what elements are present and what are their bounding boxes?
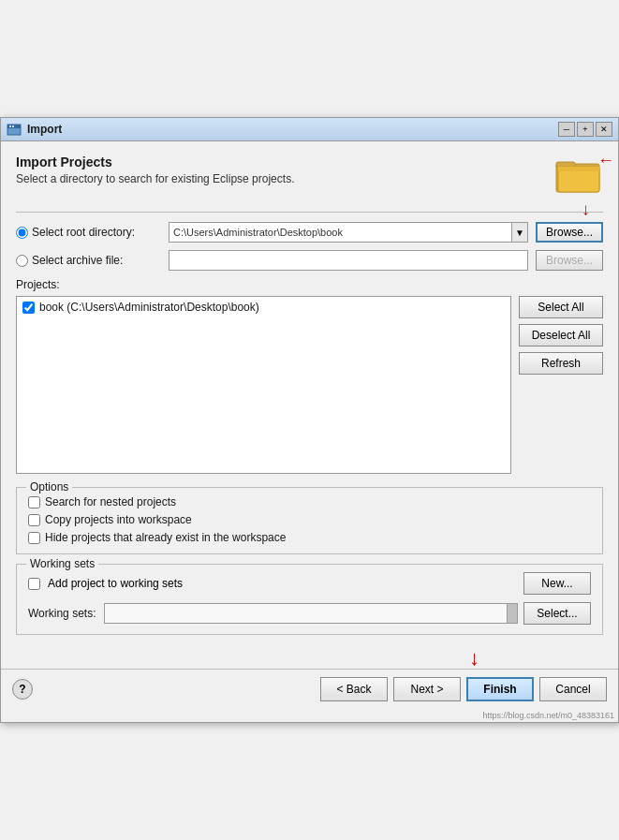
- working-sets-input-wrapper: [104, 603, 518, 624]
- bottom-bar: ? < Back Next > Finish Cancel: [1, 669, 618, 709]
- back-button[interactable]: < Back: [320, 677, 388, 701]
- root-directory-row: Select root directory: ▼ ↑ Browse...: [16, 222, 603, 243]
- archive-radio[interactable]: [16, 255, 28, 267]
- projects-area: book (C:\Users\Administrator\Desktop\boo…: [16, 296, 603, 474]
- browse-root-button[interactable]: Browse...: [536, 222, 603, 243]
- title-bar-left: Import: [7, 122, 62, 137]
- folder-icon: [554, 155, 603, 196]
- browse-archive-button[interactable]: Browse...: [536, 250, 603, 271]
- window-icon: [7, 122, 22, 137]
- working-sets-scrollbar: [507, 603, 518, 624]
- options-legend: Options: [26, 480, 72, 494]
- working-sets-group: Working sets Add project to working sets…: [16, 564, 603, 635]
- select-working-set-button[interactable]: Select...: [523, 602, 591, 625]
- window-title: Import: [27, 123, 62, 136]
- next-button[interactable]: Next >: [393, 677, 461, 701]
- bottom-left: ?: [12, 679, 33, 700]
- hide-projects-row: Hide projects that already exist in the …: [28, 531, 591, 544]
- project-name: book (C:\Users\Administrator\Desktop\boo…: [39, 301, 259, 314]
- cancel-button[interactable]: Cancel: [539, 677, 607, 701]
- refresh-button[interactable]: Refresh: [519, 352, 603, 375]
- copy-projects-label: Copy projects into workspace: [45, 513, 192, 526]
- nested-projects-row: Search for nested projects: [28, 495, 591, 508]
- content-area: Import Projects Select a directory to se…: [1, 141, 618, 654]
- projects-buttons: Select All Deselect All Refresh: [519, 296, 603, 474]
- arrow-finish-indicator: ↓: [469, 646, 479, 671]
- watermark: https://blog.csdn.net/m0_48383161: [1, 709, 618, 722]
- svg-point-3: [12, 125, 14, 127]
- hide-projects-label: Hide projects that already exist in the …: [45, 531, 286, 544]
- arrow-browse-indicator: ↑: [582, 201, 590, 221]
- page-title: Import Projects: [16, 155, 294, 169]
- nested-projects-label: Search for nested projects: [45, 495, 176, 508]
- add-working-sets-label: Add project to working sets: [48, 577, 183, 590]
- root-path-dropdown[interactable]: ▼: [511, 222, 528, 243]
- close-button[interactable]: ✕: [596, 122, 612, 137]
- arrow-icon-header: ←: [597, 151, 614, 170]
- working-sets-input[interactable]: [104, 603, 507, 624]
- page-header-text: Import Projects Select a directory to se…: [16, 155, 294, 185]
- help-button[interactable]: ?: [12, 679, 33, 700]
- svg-rect-7: [558, 167, 599, 171]
- separator-1: [16, 212, 603, 213]
- deselect-all-button[interactable]: Deselect All: [519, 324, 603, 346]
- select-all-button[interactable]: Select All: [519, 296, 603, 318]
- browse-active-wrapper: ↑ Browse...: [536, 222, 603, 243]
- minimize-button[interactable]: ─: [558, 122, 575, 137]
- working-sets-add-row: Add project to working sets New...: [28, 572, 591, 595]
- working-sets-field-label: Working sets:: [28, 607, 98, 620]
- new-working-set-button[interactable]: New...: [523, 572, 591, 595]
- maximize-button[interactable]: +: [577, 122, 594, 137]
- page-subtitle: Select a directory to search for existin…: [16, 172, 294, 185]
- add-working-sets-checkbox[interactable]: [28, 578, 40, 590]
- nested-projects-checkbox[interactable]: [28, 496, 40, 508]
- root-radio-label[interactable]: Select root directory:: [16, 226, 161, 239]
- finish-button[interactable]: Finish: [466, 677, 534, 701]
- copy-projects-checkbox[interactable]: [28, 514, 40, 526]
- import-window: Import ─ + ✕ Import Projects Select a di…: [0, 117, 619, 723]
- hide-projects-checkbox[interactable]: [28, 532, 40, 544]
- watermark-text: https://blog.csdn.net/m0_48383161: [482, 711, 614, 720]
- project-checkbox[interactable]: [22, 302, 35, 314]
- working-sets-input-row: Working sets: Select...: [28, 602, 591, 625]
- archive-radio-label[interactable]: Select archive file:: [16, 254, 161, 267]
- list-item: book (C:\Users\Administrator\Desktop\boo…: [19, 299, 508, 316]
- title-bar: Import ─ + ✕: [1, 118, 618, 141]
- arrow-spacer: ↓: [1, 654, 618, 669]
- root-path-input[interactable]: [169, 222, 511, 243]
- working-sets-legend: Working sets: [26, 557, 98, 570]
- root-path-combo: ▼: [169, 222, 528, 243]
- bottom-buttons: < Back Next > Finish Cancel: [320, 677, 607, 701]
- add-working-sets-label-row: Add project to working sets: [28, 577, 183, 590]
- archive-path-input[interactable]: [169, 250, 528, 271]
- options-group: Options Search for nested projects Copy …: [16, 487, 603, 554]
- copy-projects-row: Copy projects into workspace: [28, 513, 591, 526]
- archive-file-row: Select archive file: Browse...: [16, 250, 603, 271]
- folder-icon-wrapper: ←: [554, 155, 603, 199]
- projects-list[interactable]: book (C:\Users\Administrator\Desktop\boo…: [16, 296, 511, 474]
- title-bar-controls: ─ + ✕: [558, 122, 612, 137]
- root-radio[interactable]: [16, 227, 28, 239]
- svg-point-2: [9, 125, 11, 127]
- page-header: Import Projects Select a directory to se…: [16, 155, 603, 199]
- projects-label: Projects:: [16, 278, 603, 291]
